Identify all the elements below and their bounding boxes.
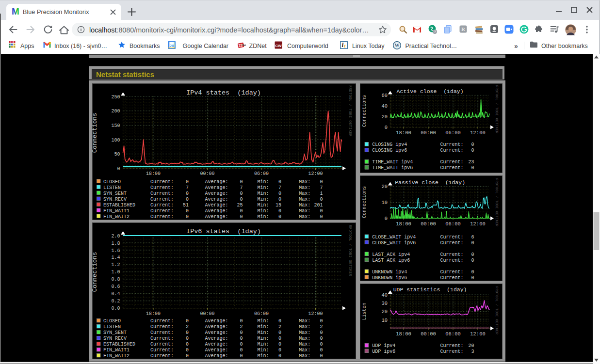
- svg-text:2: 2: [186, 324, 189, 330]
- svg-text:0: 0: [240, 214, 243, 220]
- svg-text:TIME_WAIT ipv6: TIME_WAIT ipv6: [372, 165, 413, 171]
- svg-text:20: 20: [381, 184, 388, 190]
- svg-text:Average:: Average:: [205, 348, 228, 353]
- svg-text:0: 0: [278, 191, 281, 196]
- svg-text:Current:: Current:: [440, 349, 464, 354]
- svg-text:0: 0: [186, 208, 189, 214]
- svg-text:Current:: Current:: [150, 208, 174, 214]
- svg-text:RRDTOOL / TOBI OETIKER: RRDTOOL / TOBI OETIKER: [495, 178, 499, 227]
- svg-text:FIN_WAIT1: FIN_WAIT1: [103, 348, 130, 353]
- svg-text:12:00: 12:00: [470, 130, 486, 136]
- svg-text:0: 0: [320, 342, 323, 347]
- svg-text:Current:: Current:: [440, 252, 464, 257]
- svg-text:Min:: Min:: [258, 330, 269, 335]
- svg-text:0: 0: [240, 336, 243, 341]
- svg-text:00:00: 00:00: [421, 130, 436, 136]
- svg-text:00:00: 00:00: [421, 331, 436, 337]
- svg-text:FIN_WAIT2: FIN_WAIT2: [103, 214, 130, 220]
- svg-text:Max:: Max:: [299, 185, 310, 190]
- svg-text:250: 250: [111, 95, 120, 100]
- svg-text:0: 0: [471, 258, 474, 263]
- svg-text:Max:: Max:: [299, 191, 310, 196]
- svg-text:LISTEN: LISTEN: [103, 324, 121, 330]
- svg-text:Min:: Min:: [258, 197, 269, 202]
- svg-text:100: 100: [111, 138, 120, 143]
- svg-text:0: 0: [186, 179, 189, 185]
- svg-text:Average:: Average:: [205, 185, 228, 190]
- svg-text:Current:: Current:: [150, 348, 174, 353]
- svg-text:Min:: Min:: [258, 191, 269, 196]
- svg-text:0: 0: [320, 348, 323, 353]
- svg-text:Current:: Current:: [150, 318, 174, 324]
- svg-text:RRDTOOL / TOBI OETIKER: RRDTOOL / TOBI OETIKER: [348, 85, 353, 137]
- svg-text:Min:: Min:: [258, 348, 269, 353]
- svg-text:Connections: Connections: [362, 186, 367, 218]
- svg-text:2: 2: [320, 324, 323, 330]
- svg-text:18:00: 18:00: [396, 130, 411, 136]
- svg-text:Current:: Current:: [440, 142, 464, 147]
- svg-text:RRDTOOL / TOBI OETIKER: RRDTOOL / TOBI OETIKER: [348, 225, 353, 276]
- svg-text:0: 0: [278, 179, 281, 185]
- svg-text:Min:: Min:: [258, 208, 269, 214]
- svg-text:2: 2: [278, 324, 281, 330]
- svg-text:18:00: 18:00: [396, 221, 411, 227]
- svg-text:Current:: Current:: [150, 330, 174, 335]
- svg-text:18:00: 18:00: [396, 331, 411, 337]
- svg-text:0.6: 0.6: [111, 284, 120, 289]
- svg-text:0: 0: [278, 197, 281, 202]
- svg-text:0: 0: [240, 348, 243, 353]
- svg-text:10: 10: [381, 317, 388, 323]
- svg-text:FIN_WAIT1: FIN_WAIT1: [103, 208, 130, 214]
- svg-text:0: 0: [278, 214, 281, 220]
- svg-text:0: 0: [278, 348, 281, 353]
- svg-text:0: 0: [320, 208, 323, 214]
- svg-text:Current:: Current:: [440, 235, 464, 240]
- svg-text:Max:: Max:: [299, 324, 310, 330]
- svg-text:Connections: Connections: [362, 95, 367, 127]
- svg-text:Current:: Current:: [150, 191, 174, 196]
- svg-text:0: 0: [278, 208, 281, 214]
- svg-text:Max:: Max:: [299, 353, 310, 359]
- svg-text:Average:: Average:: [205, 336, 228, 341]
- svg-text:ESTABLISHED: ESTABLISHED: [103, 342, 135, 347]
- svg-text:0: 0: [186, 330, 189, 335]
- svg-text:7: 7: [320, 185, 323, 190]
- svg-text:50: 50: [114, 152, 120, 157]
- svg-text:0: 0: [320, 330, 323, 335]
- svg-text:0: 0: [278, 342, 281, 347]
- svg-text:06:00: 06:00: [445, 221, 461, 227]
- svg-text:20: 20: [468, 343, 474, 348]
- svg-text:6: 6: [471, 235, 474, 240]
- svg-text:18:00: 18:00: [146, 311, 161, 317]
- svg-text:CLOSE_WAIT ipv4: CLOSE_WAIT ipv4: [372, 235, 416, 240]
- svg-text:Current:: Current:: [150, 342, 174, 347]
- svg-text:2.0: 2.0: [111, 234, 120, 239]
- svg-text:SYN_RECV: SYN_RECV: [103, 336, 127, 341]
- svg-text:CLOSING ipv6: CLOSING ipv6: [372, 148, 407, 153]
- svg-text:Max:: Max:: [299, 348, 310, 353]
- svg-text:Max:: Max:: [299, 203, 310, 208]
- svg-text:0: 0: [240, 342, 243, 347]
- svg-text:0: 0: [240, 353, 243, 359]
- svg-text:SYN_SENT: SYN_SENT: [103, 330, 127, 335]
- svg-text:0: 0: [320, 336, 323, 341]
- svg-text:Connections: Connections: [92, 252, 98, 292]
- svg-text:Min:: Min:: [258, 318, 269, 324]
- svg-text:40: 40: [381, 103, 388, 109]
- svg-text:UDP ipv6: UDP ipv6: [372, 349, 395, 354]
- svg-text:0.4: 0.4: [111, 291, 120, 297]
- svg-text:Max:: Max:: [299, 208, 310, 214]
- svg-text:20: 20: [381, 114, 388, 120]
- svg-text:0: 0: [240, 179, 243, 185]
- svg-text:Current:: Current:: [440, 148, 464, 153]
- svg-text:Max:: Max:: [299, 330, 310, 335]
- svg-text:23: 23: [468, 159, 474, 165]
- svg-text:Max:: Max:: [299, 214, 310, 220]
- svg-text:Average:: Average:: [205, 208, 228, 214]
- svg-text:00:00: 00:00: [421, 221, 436, 227]
- svg-text:12:00: 12:00: [308, 171, 323, 176]
- svg-text:SYN_SENT: SYN_SENT: [103, 191, 127, 196]
- svg-text:Current:: Current:: [150, 197, 174, 202]
- svg-text:0: 0: [240, 318, 243, 324]
- svg-text:Current:: Current:: [150, 324, 174, 330]
